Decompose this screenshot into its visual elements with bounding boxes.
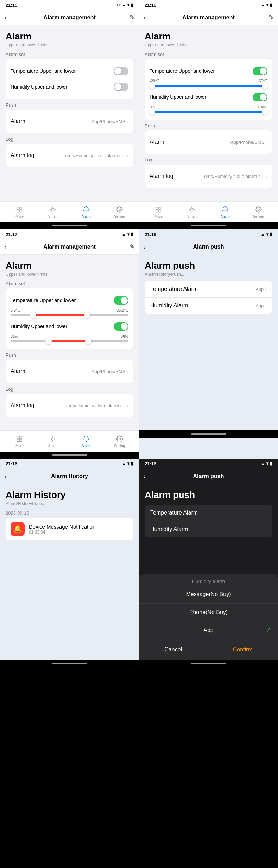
tab-smart-2[interactable]: Smart bbox=[175, 206, 209, 218]
page-title-4: Alarm push bbox=[145, 260, 272, 271]
back-button-2[interactable]: ‹ bbox=[143, 13, 146, 21]
back-button-6[interactable]: ‹ bbox=[143, 472, 146, 480]
push-card-1[interactable]: Alarm App/Phone/SMS › bbox=[6, 110, 133, 133]
nav-title-5: Alarm History bbox=[51, 473, 88, 479]
nav-bar-1: ‹ Alarm management ✎ bbox=[0, 10, 139, 25]
humidity-alarm-item-6[interactable]: Humidity Alarm bbox=[145, 521, 272, 537]
setting-icon-2 bbox=[255, 206, 263, 213]
tab-alarm-1[interactable]: Alarm bbox=[70, 206, 103, 218]
humidity-toggle-2[interactable] bbox=[253, 93, 267, 101]
status-icons-6: ▲ ▾ ▮ bbox=[261, 461, 272, 466]
temp-track-2 bbox=[150, 85, 267, 87]
push-label-1: Push bbox=[6, 102, 133, 108]
tab-smart-1[interactable]: Smart bbox=[36, 206, 70, 218]
signal-icon-2: ▲ bbox=[261, 2, 265, 7]
edit-button-2[interactable]: ✎ bbox=[268, 14, 274, 21]
alarm-set-label-3: Alarm set bbox=[6, 281, 133, 286]
home-bar-5 bbox=[52, 663, 87, 664]
humidity-thumb-left-3[interactable] bbox=[45, 338, 52, 344]
sheet-confirm-button-6[interactable]: Confirm bbox=[219, 644, 267, 656]
humidity-alarm-label-6: Humidity Alarm bbox=[150, 526, 188, 532]
temp-fill-2 bbox=[150, 85, 267, 87]
push-card-3[interactable]: Alarm App/Phone/SMS › bbox=[6, 360, 133, 383]
tab-more-3[interactable]: More bbox=[3, 435, 36, 448]
temp-alarm-item-4[interactable]: Temperature Alarm App › bbox=[145, 281, 272, 298]
humidity-toggle-1[interactable] bbox=[114, 83, 128, 91]
humidity-thumb-right-2[interactable] bbox=[262, 109, 268, 115]
temp-label-3: Temperature Upper and lower bbox=[11, 298, 76, 303]
time-6: 21:16 bbox=[145, 461, 156, 466]
battery-icon: ▮ bbox=[131, 2, 133, 7]
svg-rect-2 bbox=[17, 210, 19, 212]
temp-slider-2[interactable] bbox=[150, 85, 267, 87]
log-card-1[interactable]: Alarm log Temp/Humidity cloud alarm c...… bbox=[6, 144, 133, 167]
nav-bar-3: ‹ Alarm management ✎ bbox=[0, 239, 139, 255]
humidity-alarm-item-4[interactable]: Humidity Alarm App › bbox=[145, 298, 272, 314]
history-card-5: 🔔 Device Message Notification 01:33:04 bbox=[6, 518, 133, 540]
tab-more-1[interactable]: More bbox=[3, 206, 36, 218]
svg-rect-11 bbox=[159, 207, 161, 209]
log-row-1[interactable]: Alarm log Temp/Humidity cloud alarm c...… bbox=[11, 148, 128, 163]
push-row-3[interactable]: Alarm App/Phone/SMS › bbox=[11, 364, 128, 379]
temp-toggle-2[interactable] bbox=[253, 67, 267, 75]
push-title-3: Alarm bbox=[11, 368, 25, 375]
nav-title-2: Alarm management bbox=[182, 14, 235, 21]
more-icon-3 bbox=[15, 435, 23, 443]
sheet-option-phone-6[interactable]: Phone(No Buy) bbox=[139, 604, 278, 621]
edit-button-3[interactable]: ✎ bbox=[129, 243, 135, 251]
log-row-2[interactable]: Alarm log Temp/Humidity cloud alarm c...… bbox=[150, 169, 267, 184]
push-row-2[interactable]: Alarm App/Phone/SMS › bbox=[150, 135, 267, 149]
push-row-1[interactable]: Alarm App/Phone/SMS › bbox=[11, 114, 128, 129]
humidity-thumb-right-3[interactable] bbox=[85, 338, 91, 344]
alarm-set-label-2: Alarm set bbox=[145, 52, 272, 57]
push-card-2[interactable]: Alarm App/Phone/SMS › bbox=[145, 130, 272, 154]
time-4: 21:16 bbox=[145, 232, 156, 237]
temp-toggle-1[interactable] bbox=[114, 67, 128, 75]
log-row-3[interactable]: Alarm log Temp/Humidity cloud alarm r...… bbox=[11, 398, 128, 413]
back-button-4[interactable]: ‹ bbox=[143, 243, 146, 251]
status-bar-3: 21:17 ▲ ▾ ▮ bbox=[0, 229, 139, 239]
svg-point-24 bbox=[51, 437, 54, 440]
temp-row-2: Temperature Upper and lower bbox=[150, 63, 267, 79]
tab-smart-label-2: Smart bbox=[187, 215, 197, 218]
temp-alarm-item-6[interactable]: Temperature Alarm bbox=[145, 505, 272, 521]
tab-smart-3[interactable]: Smart bbox=[36, 435, 70, 448]
humidity-toggle-3[interactable] bbox=[114, 322, 128, 331]
temp-thumb-left-3[interactable] bbox=[30, 312, 36, 318]
tab-setting-3[interactable]: Setting bbox=[103, 435, 136, 448]
tab-alarm-2[interactable]: Alarm bbox=[209, 206, 242, 218]
humidity-thumb-left-2[interactable] bbox=[149, 109, 155, 115]
temp-slider-3[interactable] bbox=[11, 314, 128, 316]
log-label-3: Log bbox=[6, 387, 133, 392]
setting-icon-3 bbox=[116, 435, 124, 443]
sheet-cancel-button-6[interactable]: Cancel bbox=[150, 644, 196, 656]
temp-thumb-left-2[interactable] bbox=[149, 83, 155, 89]
time-3: 21:17 bbox=[6, 232, 17, 237]
tab-alarm-3[interactable]: Alarm bbox=[70, 435, 103, 448]
sheet-option-app-6[interactable]: App ✓ bbox=[139, 621, 278, 639]
back-button-1[interactable]: ‹ bbox=[4, 13, 7, 21]
humidity-label-3: Humidity Upper and lower bbox=[11, 324, 67, 329]
tab-more-label-3: More bbox=[15, 444, 24, 448]
humidity-slider-3[interactable] bbox=[11, 340, 128, 342]
location-icon: ⊙ bbox=[117, 2, 120, 7]
log-card-2[interactable]: Alarm log Temp/Humidity cloud alarm c...… bbox=[145, 165, 272, 188]
smart-icon-3 bbox=[49, 435, 57, 443]
humidity-slider-2[interactable] bbox=[150, 111, 267, 113]
back-button-3[interactable]: ‹ bbox=[4, 243, 7, 251]
temp-thumb-right-3[interactable] bbox=[84, 312, 90, 318]
nav-bar-4: ‹ Alarm push bbox=[139, 239, 278, 255]
page-title-1: Alarm bbox=[6, 31, 133, 42]
status-bar-2: 21:16 ▲ ▾ ▮ bbox=[139, 0, 278, 10]
tab-setting-2[interactable]: Setting bbox=[242, 206, 275, 218]
sheet-option-message-6[interactable]: Message(No Buy) bbox=[139, 586, 278, 604]
temp-alarm-label-6: Temperature Alarm bbox=[150, 510, 198, 516]
tab-more-2[interactable]: More bbox=[142, 206, 175, 218]
log-card-3[interactable]: Alarm log Temp/Humidity cloud alarm r...… bbox=[6, 394, 133, 417]
tab-setting-1[interactable]: Setting bbox=[103, 206, 136, 218]
back-button-5[interactable]: ‹ bbox=[4, 472, 7, 480]
content-2: Alarm Upper and lower limits Alarm set T… bbox=[139, 25, 278, 201]
temp-toggle-3[interactable] bbox=[114, 296, 128, 305]
temp-thumb-right-2[interactable] bbox=[262, 83, 268, 89]
edit-button-1[interactable]: ✎ bbox=[129, 14, 135, 21]
